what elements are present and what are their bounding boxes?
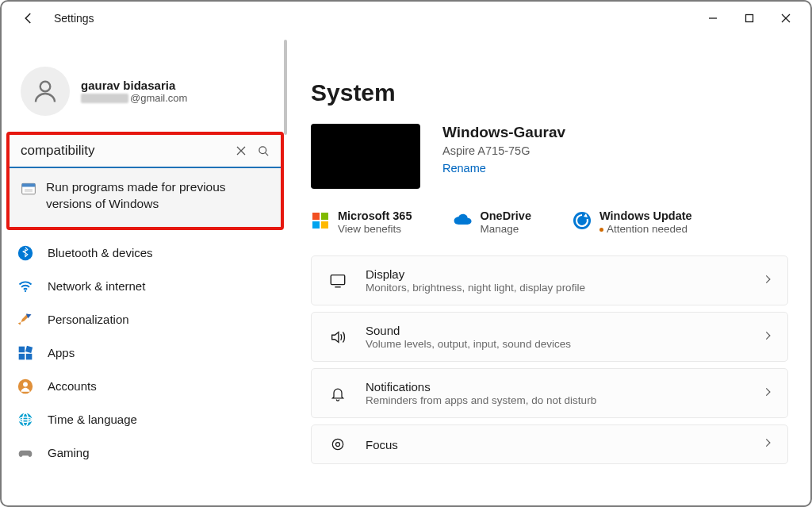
svg-rect-26	[312, 221, 320, 229]
tile-ms365[interactable]: Microsoft 365 View benefits	[311, 209, 412, 235]
status-tiles: Microsoft 365 View benefits OneDrive Man…	[311, 209, 788, 235]
rename-link[interactable]: Rename	[442, 162, 565, 175]
apps-icon	[17, 345, 33, 361]
svg-rect-15	[25, 346, 33, 353]
tile-title: Microsoft 365	[338, 209, 412, 222]
nav-gaming[interactable]: Gaming	[8, 436, 282, 470]
close-button[interactable]	[768, 6, 804, 31]
window-controls	[695, 6, 804, 31]
svg-rect-14	[19, 347, 25, 353]
nav-label: Personalization	[48, 313, 129, 326]
svg-rect-24	[312, 213, 320, 220]
device-model: Aspire A715-75G	[442, 144, 565, 157]
card-sound[interactable]: Sound Volume levels, output, input, soun…	[311, 312, 788, 362]
wifi-icon	[17, 278, 33, 294]
svg-point-4	[40, 82, 51, 92]
svg-rect-25	[321, 213, 328, 220]
nav-apps[interactable]: Apps	[8, 336, 282, 370]
chevron-right-icon	[762, 437, 773, 451]
profile-block[interactable]: gaurav bidasaria @gmail.com	[2, 38, 289, 132]
card-sub: Volume levels, output, input, sound devi…	[366, 338, 746, 350]
svg-line-8	[265, 152, 268, 156]
back-button[interactable]	[17, 7, 40, 29]
nav-label: Gaming	[48, 446, 90, 459]
svg-point-19	[23, 382, 28, 386]
card-title: Notifications	[366, 380, 746, 394]
card-sub: Monitors, brightness, night light, displ…	[366, 282, 746, 294]
globe-icon	[17, 412, 33, 428]
search-suggestion-text: Run programs made for previous versions …	[46, 179, 260, 213]
profile-text: gaurav bidasaria @gmail.com	[81, 79, 187, 104]
gamepad-icon	[17, 445, 33, 461]
email-suffix: @gmail.com	[130, 92, 187, 104]
device-image	[311, 124, 420, 189]
card-display[interactable]: Display Monitors, brightness, night ligh…	[311, 255, 788, 305]
tile-title: Windows Update	[599, 209, 692, 222]
onedrive-icon	[453, 211, 472, 230]
content-pane: System Windows-Gaurav Aspire A715-75G Re…	[289, 35, 810, 505]
card-sub: Reminders from apps and system, do not d…	[366, 394, 746, 406]
chevron-right-icon	[762, 386, 773, 401]
svg-point-31	[332, 439, 343, 449]
device-name: Windows-Gaurav	[442, 124, 565, 141]
profile-email: @gmail.com	[81, 92, 187, 104]
attention-dot-icon	[599, 228, 603, 232]
nav-time-language[interactable]: Time & language	[8, 403, 282, 436]
device-block: Windows-Gaurav Aspire A715-75G Rename	[311, 124, 788, 189]
window-title: Settings	[54, 12, 94, 25]
maximize-button[interactable]	[731, 6, 768, 31]
tile-sub: Attention needed	[599, 223, 692, 235]
email-redacted	[81, 94, 128, 103]
device-info: Windows-Gaurav Aspire A715-75G Rename	[442, 124, 565, 175]
tile-windows-update[interactable]: Windows Update Attention needed	[573, 209, 692, 235]
accounts-icon	[17, 378, 33, 394]
page-title: System	[311, 79, 788, 106]
card-title: Sound	[366, 324, 746, 337]
tile-onedrive[interactable]: OneDrive Manage	[453, 209, 530, 235]
nav-accounts[interactable]: Accounts	[8, 370, 282, 403]
ms365-icon	[311, 211, 330, 230]
search-highlight: Run programs made for previous versions …	[6, 132, 284, 230]
card-title: Display	[366, 267, 746, 281]
brush-icon	[17, 312, 33, 328]
card-title: Focus	[366, 438, 746, 451]
svg-rect-17	[26, 354, 33, 360]
nav-bluetooth[interactable]: Bluetooth & devices	[8, 236, 282, 270]
nav-personalization[interactable]: Personalization	[8, 303, 282, 336]
search-icon[interactable]	[252, 140, 274, 162]
display-icon	[326, 272, 350, 290]
tile-sub: Manage	[480, 223, 530, 235]
search-input[interactable]	[21, 143, 230, 159]
nav-label: Bluetooth & devices	[48, 246, 153, 259]
tile-title: OneDrive	[480, 209, 530, 222]
nav-label: Apps	[48, 346, 75, 359]
svg-point-7	[259, 146, 266, 153]
nav-network[interactable]: Network & internet	[8, 270, 282, 303]
svg-point-13	[25, 290, 26, 292]
card-focus[interactable]: Focus	[311, 424, 788, 464]
search-clear-button[interactable]	[230, 140, 252, 162]
bluetooth-icon	[17, 245, 33, 261]
svg-rect-16	[19, 354, 25, 360]
svg-rect-10	[22, 183, 36, 186]
search-row	[10, 135, 281, 168]
compat-icon	[21, 181, 36, 197]
app-body: gaurav bidasaria @gmail.com	[2, 35, 810, 505]
nav-label: Network & internet	[48, 279, 145, 293]
sound-icon	[326, 328, 350, 346]
nav-label: Accounts	[48, 379, 97, 393]
sidebar: gaurav bidasaria @gmail.com	[2, 35, 289, 505]
sidebar-scrollbar[interactable]	[284, 40, 287, 135]
nav-list: Bluetooth & devices Network & internet P…	[2, 236, 289, 470]
card-notifications[interactable]: Notifications Reminders from apps and sy…	[311, 368, 788, 418]
avatar	[21, 67, 70, 116]
search-suggestion[interactable]: Run programs made for previous versions …	[10, 168, 281, 227]
update-icon	[573, 211, 592, 230]
minimize-button[interactable]	[695, 6, 731, 31]
bell-icon	[326, 386, 350, 401]
svg-rect-27	[321, 221, 328, 229]
settings-window: Settings gaurav bidasaria @gmail.com	[0, 0, 812, 507]
titlebar: Settings	[2, 2, 810, 35]
svg-point-32	[336, 443, 340, 447]
chevron-right-icon	[762, 274, 773, 288]
